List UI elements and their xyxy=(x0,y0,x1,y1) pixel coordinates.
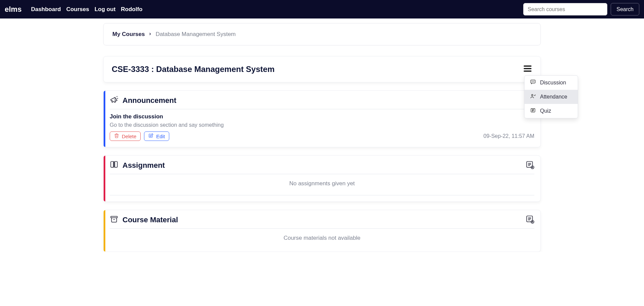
assignment-section: Assignment No assignments given yet xyxy=(103,155,541,202)
archive-icon xyxy=(110,215,118,225)
search-button[interactable]: Search xyxy=(611,3,639,15)
svg-rect-1 xyxy=(524,68,531,69)
main-container: My Courses Database Management System CS… xyxy=(103,23,541,252)
svg-rect-23 xyxy=(111,216,117,218)
hamburger-icon[interactable] xyxy=(523,64,532,75)
svg-point-6 xyxy=(534,81,534,82)
add-material-icon[interactable] xyxy=(526,215,534,225)
material-empty-text: Course materials not available xyxy=(110,233,534,245)
breadcrumb: My Courses Database Management System xyxy=(112,31,532,38)
assignment-title: Assignment xyxy=(122,161,165,170)
brand-logo[interactable]: elms xyxy=(5,5,22,14)
menu-quiz[interactable]: Quiz xyxy=(525,104,578,118)
nav-courses[interactable]: Courses xyxy=(66,6,89,13)
course-header-card: CSE-3333 : Database Management System Di… xyxy=(103,56,541,82)
menu-attendance-label: Attendance xyxy=(540,94,567,100)
announcement-actions-row: Delete Edit 09-Sep-22, 11:57 AM xyxy=(110,131,534,141)
navbar: elms Dashboard Courses Log out Rodolfo S… xyxy=(0,0,644,18)
edit-label: Edit xyxy=(156,133,165,139)
svg-point-5 xyxy=(533,81,533,82)
course-menu-dropdown: Discussion Attendance Quiz xyxy=(524,75,578,118)
section-stripe-yellow xyxy=(104,210,105,252)
nav-left: elms Dashboard Courses Log out Rodolfo xyxy=(5,5,143,14)
assignment-header: Assignment xyxy=(110,160,534,174)
announcement-timestamp: 09-Sep-22, 11:57 AM xyxy=(484,133,534,139)
book-icon xyxy=(110,160,118,170)
delete-label: Delete xyxy=(122,133,136,139)
svg-point-7 xyxy=(532,94,533,96)
breadcrumb-current: Database Management System xyxy=(155,31,236,38)
svg-line-12 xyxy=(117,96,117,97)
svg-rect-0 xyxy=(524,66,531,67)
svg-point-4 xyxy=(532,81,532,82)
nav-right: Search xyxy=(523,3,639,15)
chevron-right-icon xyxy=(148,32,152,37)
course-title: CSE-3333 : Database Management System xyxy=(112,65,275,74)
announcement-section: Announcement Join the discussion Go to t… xyxy=(103,90,541,147)
megaphone-icon xyxy=(110,95,118,106)
breadcrumb-my-courses[interactable]: My Courses xyxy=(112,31,145,38)
announcement-body: Join the discussion Go to the discussion… xyxy=(110,109,534,141)
menu-discussion-label: Discussion xyxy=(540,80,566,86)
material-header: Course Material xyxy=(110,215,534,229)
divider xyxy=(110,195,534,195)
quiz-icon xyxy=(530,107,536,115)
assignment-empty-text: No assignments given yet xyxy=(110,178,534,191)
add-assignment-icon[interactable] xyxy=(526,160,534,170)
announcement-item-title: Join the discussion xyxy=(110,113,534,120)
nav-links: Dashboard Courses Log out Rodolfo xyxy=(31,6,142,13)
nav-logout[interactable]: Log out xyxy=(95,6,115,13)
section-stripe-red xyxy=(104,156,105,201)
menu-attendance[interactable]: Attendance xyxy=(525,90,578,104)
menu-quiz-label: Quiz xyxy=(540,108,551,114)
material-title: Course Material xyxy=(122,216,178,224)
announcement-item-text: Go to the discussion section and say som… xyxy=(110,122,534,128)
delete-button[interactable]: Delete xyxy=(110,131,141,141)
edit-button[interactable]: Edit xyxy=(144,131,169,141)
section-stripe-blue xyxy=(104,91,105,147)
breadcrumb-card: My Courses Database Management System xyxy=(103,23,541,45)
nav-username[interactable]: Rodolfo xyxy=(121,6,142,13)
nav-dashboard[interactable]: Dashboard xyxy=(31,6,61,13)
trash-icon xyxy=(114,133,119,139)
announcement-header: Announcement xyxy=(110,95,534,109)
search-input[interactable] xyxy=(523,3,607,15)
menu-discussion[interactable]: Discussion xyxy=(525,76,578,90)
discussion-icon xyxy=(530,79,536,86)
announcement-title: Announcement xyxy=(122,96,176,105)
attendance-icon xyxy=(530,93,536,101)
edit-icon xyxy=(148,133,153,139)
material-section: Course Material Course materials not ava… xyxy=(103,210,541,252)
svg-rect-2 xyxy=(524,71,531,72)
